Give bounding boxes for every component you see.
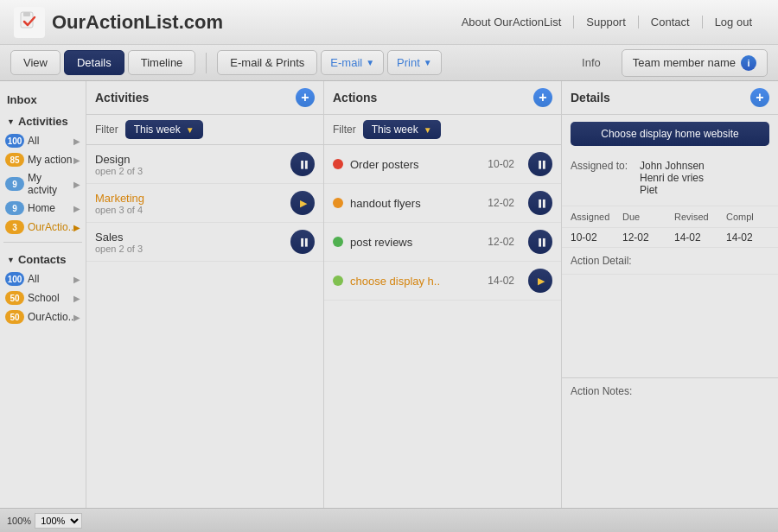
info-button[interactable]: Info xyxy=(568,51,615,74)
activity-item-marketing[interactable]: Marketing open 3 of 4 ▶ xyxy=(86,184,323,223)
sidebar: Inbox ▼ Activities 100 All ▶ 85 My actio… xyxy=(0,81,86,508)
sidebar-item-myactivity[interactable]: 9 My actvity ▶ xyxy=(0,169,86,199)
details-assignees: John Johnsen Henri de vries Piet xyxy=(640,160,705,196)
action-display-control[interactable]: ▶ xyxy=(528,269,552,293)
ouraction-badge: 3 xyxy=(5,220,24,234)
activity-item-sales[interactable]: Sales open 2 of 3 ▐▐ xyxy=(86,223,323,262)
action-item-choose-display[interactable]: choose display h.. 14-02 ▶ xyxy=(324,262,561,301)
activities-col-header: Activities + xyxy=(86,81,323,115)
action-reviews-dot xyxy=(333,237,343,247)
play-icon: ▶ xyxy=(300,198,307,209)
email-prints-button[interactable]: E-mail & Prints xyxy=(217,50,317,75)
actions-add-button[interactable]: + xyxy=(533,88,552,107)
action-item-order-posters[interactable]: Order posters 10-02 ▐▐ xyxy=(324,145,561,184)
action-notes-section: Action Notes: xyxy=(562,377,778,404)
myactivity-arrow: ▶ xyxy=(73,180,80,189)
toolbar-separator-1 xyxy=(206,53,207,73)
action-detail-section: Action Detail: xyxy=(562,248,778,275)
activities-title: Activities xyxy=(95,91,149,104)
top-nav: About OurActionList Support Contact Log … xyxy=(450,16,764,28)
action-item-handout[interactable]: handout flyers 12-02 ▐▐ xyxy=(324,184,561,223)
details-button[interactable]: Details xyxy=(64,50,124,75)
td-revised: 14-02 xyxy=(674,231,717,244)
assignee-2: Henri de vries xyxy=(640,172,705,184)
email-dropdown[interactable]: E-mail ▼ xyxy=(321,50,384,75)
activity-design-control[interactable]: ▐▐ xyxy=(290,152,315,176)
view-button[interactable]: View xyxy=(10,50,61,75)
activity-sales-name: Sales xyxy=(95,231,143,244)
home-badge: 9 xyxy=(5,201,24,215)
myaction-badge: 85 xyxy=(5,153,24,167)
action-order-control[interactable]: ▐▐ xyxy=(528,152,552,176)
email-dropdown-arrow: ▼ xyxy=(366,58,374,67)
print-dropdown[interactable]: Print ▼ xyxy=(387,50,442,75)
contacts-ouraction-label: OurActio.. xyxy=(28,311,73,323)
info-circle-icon: i xyxy=(741,55,756,71)
activity-design-name: Design xyxy=(95,153,143,166)
activities-triangle: ▼ xyxy=(7,117,15,126)
actions-filter-row: Filter This week ▼ xyxy=(324,115,561,145)
action-handout-left: handout flyers xyxy=(333,197,421,210)
actions-title: Actions xyxy=(333,91,377,104)
activity-marketing-control[interactable]: ▶ xyxy=(290,191,315,215)
activities-filter-arrow: ▼ xyxy=(186,125,194,135)
ouraction-label: OurActio.. xyxy=(28,221,73,233)
details-assigned-row: Assigned to: John Johnsen Henri de vries… xyxy=(571,160,769,196)
activity-item-design[interactable]: Design open 2 of 3 ▐▐ xyxy=(86,145,323,184)
print-dropdown-arrow: ▼ xyxy=(424,58,432,67)
contacts-all-label: All xyxy=(28,273,73,285)
action-handout-name: handout flyers xyxy=(350,197,421,210)
pause-icon: ▐▐ xyxy=(298,161,306,168)
nav-about[interactable]: About OurActionList xyxy=(450,16,575,28)
details-assigned-section: Assigned to: John Johnsen Henri de vries… xyxy=(562,153,778,206)
sidebar-item-contacts-all[interactable]: 100 All ▶ xyxy=(0,269,86,288)
action-reviews-date: 12-02 xyxy=(488,236,514,248)
all-badge: 100 xyxy=(5,134,24,148)
sidebar-item-all[interactable]: 100 All ▶ xyxy=(0,131,86,150)
th-assigned: Assigned xyxy=(571,212,614,222)
main-content: Inbox ▼ Activities 100 All ▶ 85 My actio… xyxy=(0,81,778,508)
actions-filter-label: Filter xyxy=(333,124,356,136)
actions-column: Actions + Filter This week ▼ Order poste… xyxy=(324,81,562,508)
contacts-ouraction-arrow: ▶ xyxy=(73,313,80,322)
actions-filter-arrow: ▼ xyxy=(424,125,432,135)
team-member-button[interactable]: Team member name i xyxy=(622,49,768,77)
action-order-dot xyxy=(333,159,343,169)
sidebar-item-home[interactable]: 9 Home ▶ xyxy=(0,199,86,218)
actions-filter-dropdown[interactable]: This week ▼ xyxy=(363,120,441,139)
action-display-left: choose display h.. xyxy=(333,275,440,288)
zoom-select[interactable]: 100% 75% 125% xyxy=(35,513,82,529)
logo-icon xyxy=(14,7,45,38)
all-arrow: ▶ xyxy=(73,136,80,146)
td-due: 12-02 xyxy=(622,231,666,244)
myaction-arrow: ▶ xyxy=(73,155,80,165)
pause-icon-4: ▐▐ xyxy=(536,200,544,207)
action-reviews-left: post reviews xyxy=(333,236,412,249)
sidebar-item-contacts-ouraction[interactable]: 50 OurActio.. ▶ xyxy=(0,307,86,326)
activity-sales-control[interactable]: ▐▐ xyxy=(290,230,315,254)
contacts-all-arrow: ▶ xyxy=(73,275,80,284)
nav-logout[interactable]: Log out xyxy=(703,16,764,28)
home-label: Home xyxy=(28,202,73,214)
nav-support[interactable]: Support xyxy=(574,16,639,28)
td-assigned: 10-02 xyxy=(571,231,614,244)
sidebar-item-myaction[interactable]: 85 My action ▶ xyxy=(0,150,86,169)
action-handout-control[interactable]: ▐▐ xyxy=(528,191,552,215)
details-add-button[interactable]: + xyxy=(750,88,769,107)
th-revised: Revised xyxy=(674,212,717,222)
activities-header: ▼ Activities xyxy=(0,110,86,131)
choose-display-button[interactable]: Choose display home website xyxy=(571,122,769,146)
app-header: OurActionList.com About OurActionList Su… xyxy=(0,0,778,45)
action-reviews-name: post reviews xyxy=(350,236,412,249)
timeline-button[interactable]: Timeline xyxy=(128,50,196,75)
activities-add-button[interactable]: + xyxy=(296,88,315,107)
activities-filter-row: Filter This week ▼ xyxy=(86,115,323,145)
sidebar-item-ouraction[interactable]: 3 OurActio.. ▶ xyxy=(0,218,86,237)
activities-filter-dropdown[interactable]: This week ▼ xyxy=(125,120,203,139)
sidebar-item-school[interactable]: 50 School ▶ xyxy=(0,288,86,307)
action-item-post-reviews[interactable]: post reviews 12-02 ▐▐ xyxy=(324,223,561,262)
activity-design-text: Design open 2 of 3 xyxy=(95,153,143,176)
action-reviews-control[interactable]: ▐▐ xyxy=(528,230,552,254)
nav-contact[interactable]: Contact xyxy=(639,16,703,28)
action-display-name: choose display h.. xyxy=(350,275,440,288)
